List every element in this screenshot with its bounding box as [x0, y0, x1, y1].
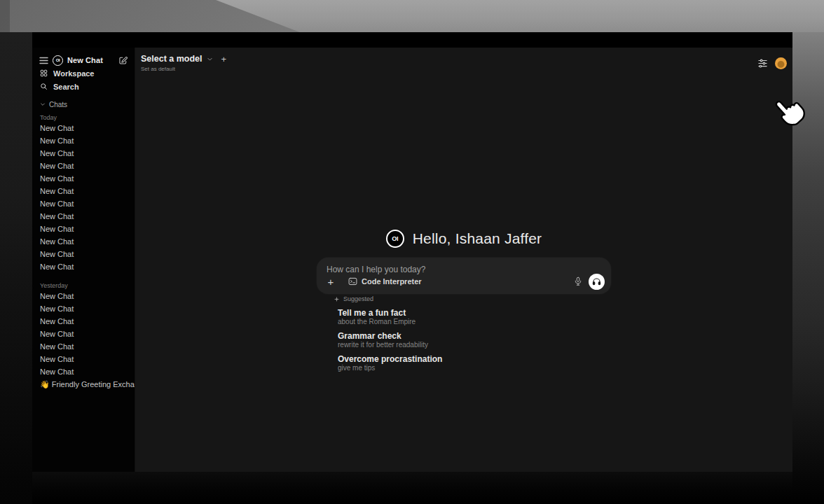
main-header: Select a model + Set as default — [135, 48, 792, 72]
new-chat-icon[interactable] — [118, 56, 128, 65]
chat-item[interactable]: New Chat — [32, 223, 135, 235]
chat-group-label: Yesterday — [32, 281, 135, 290]
chat-item[interactable]: New Chat — [32, 134, 135, 147]
chat-item[interactable]: New Chat — [32, 340, 135, 353]
app-logo: OI — [53, 55, 63, 66]
chat-item[interactable]: New Chat — [32, 197, 135, 210]
set-default-button[interactable]: Set as default — [141, 66, 226, 72]
microphone-icon[interactable] — [574, 276, 582, 286]
suggested-header: Suggested — [334, 295, 593, 302]
code-interpreter-toggle[interactable]: Code Interpreter — [348, 277, 422, 286]
prompt-subtitle: rewrite it for better readability — [338, 341, 593, 349]
prompt-title: Grammar check — [338, 331, 593, 341]
input-toolbar: + Code Interpreter — [325, 273, 605, 290]
chat-item[interactable]: New Chat — [32, 365, 135, 378]
new-chat-title[interactable]: New Chat — [67, 56, 103, 64]
prompt-title: Tell me a fun fact — [338, 308, 593, 318]
greeting: OI Hello, Ishaan Jaffer — [135, 230, 792, 248]
model-selector[interactable]: Select a model — [141, 54, 202, 64]
wallpaper-shape — [0, 0, 10, 32]
chat-item[interactable]: New Chat — [32, 147, 135, 160]
wallpaper-shape — [0, 0, 322, 32]
headphones-icon — [592, 277, 601, 286]
sidebar: OI New Chat Workspace — [32, 48, 135, 472]
chevron-down-icon — [40, 102, 46, 107]
suggested-prompt[interactable]: Tell me a fun fact about the Roman Empir… — [338, 308, 593, 326]
voice-call-button[interactable] — [589, 274, 605, 290]
prompt-subtitle: about the Roman Empire — [338, 318, 593, 326]
chat-item[interactable]: New Chat — [32, 160, 135, 172]
sparkle-icon — [334, 296, 340, 302]
terminal-icon — [348, 277, 357, 286]
chat-item[interactable]: New Chat — [32, 290, 135, 302]
desktop-wallpaper-top — [0, 0, 824, 32]
message-input-box[interactable]: How can I help you today? + Code Interpr… — [317, 258, 611, 294]
chats-section-toggle[interactable]: Chats — [32, 99, 135, 109]
chats-section-label: Chats — [49, 101, 67, 108]
chevron-down-icon[interactable] — [207, 56, 213, 62]
sidebar-item-label: Search — [53, 83, 79, 91]
user-avatar[interactable] — [775, 57, 787, 69]
sidebar-item-search[interactable]: Search — [32, 80, 135, 93]
add-model-button[interactable]: + — [221, 55, 227, 64]
chat-item[interactable]: New Chat — [32, 248, 135, 260]
desktop-wallpaper-bottom — [32, 472, 792, 504]
search-icon — [40, 83, 48, 90]
suggested-label: Suggested — [343, 295, 373, 302]
chat-item[interactable]: New Chat — [32, 353, 135, 365]
suggested-prompt[interactable]: Overcome procrastination give me tips — [338, 354, 593, 372]
screen: OI New Chat Workspace — [0, 0, 824, 504]
window-topbar — [32, 32, 792, 48]
chat-group-label: Today — [32, 113, 135, 122]
chat-item[interactable]: New Chat — [32, 328, 135, 340]
chat-item[interactable]: New Chat — [32, 185, 135, 197]
greeting-text: Hello, Ishaan Jaffer — [413, 230, 542, 247]
chat-item[interactable]: New Chat — [32, 315, 135, 328]
chat-item[interactable]: New Chat — [32, 235, 135, 248]
desktop-wallpaper-right — [792, 32, 824, 504]
sidebar-item-label: Workspace — [53, 69, 95, 78]
sidebar-header: OI New Chat — [32, 54, 135, 66]
chat-item[interactable]: New Chat — [32, 172, 135, 185]
attach-button[interactable]: + — [325, 276, 336, 287]
chat-item[interactable]: New Chat — [32, 260, 135, 273]
code-interpreter-label: Code Interpreter — [362, 277, 422, 286]
app-window: OI New Chat Workspace — [32, 32, 792, 472]
main-area: Select a model + Set as default — [135, 48, 792, 472]
chat-item[interactable]: New Chat — [32, 122, 135, 134]
workspace-grid-icon — [40, 69, 48, 77]
chat-item[interactable]: 👋 Friendly Greeting Exchange — [32, 378, 135, 391]
controls-icon[interactable] — [757, 58, 768, 69]
chat-item[interactable]: New Chat — [32, 210, 135, 223]
suggested-section: Suggested Tell me a fun fact about the R… — [334, 295, 593, 377]
prompt-title: Overcome procrastination — [338, 354, 593, 364]
desktop-wallpaper-left — [0, 32, 32, 504]
chat-item[interactable]: New Chat — [32, 302, 135, 315]
chat-list: TodayNew ChatNew ChatNew ChatNew ChatNew… — [32, 113, 135, 391]
sidebar-item-workspace[interactable]: Workspace — [32, 66, 135, 80]
prompt-subtitle: give me tips — [338, 364, 593, 372]
suggested-prompt[interactable]: Grammar check rewrite it for better read… — [338, 331, 593, 349]
model-selector-wrap: Select a model + Set as default — [141, 54, 226, 72]
sidebar-toggle-icon[interactable] — [39, 57, 48, 64]
app-logo-large: OI — [386, 230, 404, 248]
